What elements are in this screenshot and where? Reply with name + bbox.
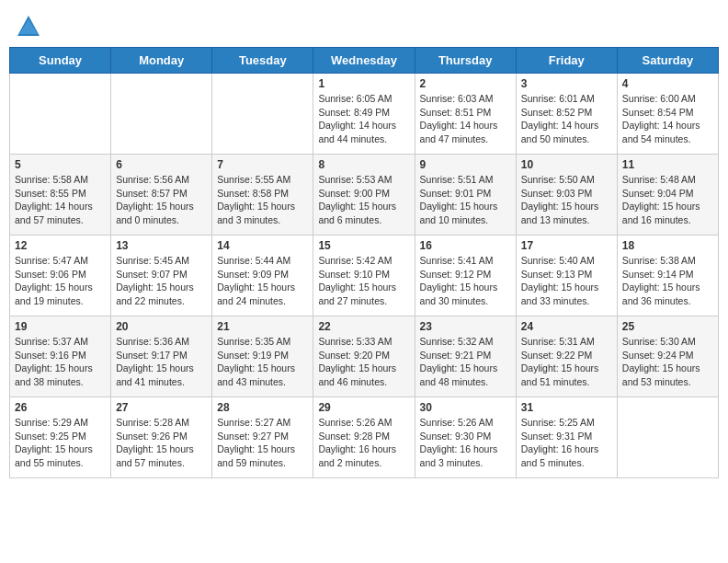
day-info: Sunrise: 5:51 AMSunset: 9:01 PMDaylight:… <box>420 173 511 227</box>
day-info: Sunrise: 5:47 AMSunset: 9:06 PMDaylight:… <box>15 254 106 308</box>
header-thursday: Thursday <box>415 48 516 74</box>
day-number: 28 <box>217 401 308 414</box>
calendar-cell <box>617 397 718 478</box>
calendar-cell: 29Sunrise: 5:26 AMSunset: 9:28 PMDayligh… <box>313 397 415 478</box>
day-number: 9 <box>420 158 511 171</box>
calendar-table: SundayMondayTuesdayWednesdayThursdayFrid… <box>9 47 719 478</box>
day-info: Sunrise: 5:31 AMSunset: 9:22 PMDaylight:… <box>521 335 612 389</box>
calendar-cell <box>10 74 111 155</box>
calendar-cell: 31Sunrise: 5:25 AMSunset: 9:31 PMDayligh… <box>516 397 617 478</box>
day-info: Sunrise: 5:30 AMSunset: 9:24 PMDaylight:… <box>622 335 713 389</box>
calendar-cell: 16Sunrise: 5:41 AMSunset: 9:12 PMDayligh… <box>415 236 516 316</box>
day-number: 7 <box>217 158 308 171</box>
day-info: Sunrise: 5:37 AMSunset: 9:16 PMDaylight:… <box>15 335 106 389</box>
calendar-cell: 24Sunrise: 5:31 AMSunset: 9:22 PMDayligh… <box>516 316 617 397</box>
calendar-cell: 8Sunrise: 5:53 AMSunset: 9:00 PMDaylight… <box>313 155 415 236</box>
calendar-cell: 28Sunrise: 5:27 AMSunset: 9:27 PMDayligh… <box>212 397 313 478</box>
day-number: 17 <box>521 239 612 252</box>
day-info: Sunrise: 5:25 AMSunset: 9:31 PMDaylight:… <box>521 416 612 470</box>
calendar-cell: 23Sunrise: 5:32 AMSunset: 9:21 PMDayligh… <box>415 316 516 397</box>
svg-marker-1 <box>19 19 38 34</box>
day-info: Sunrise: 5:42 AMSunset: 9:10 PMDaylight:… <box>318 254 409 308</box>
header-tuesday: Tuesday <box>212 48 313 74</box>
day-info: Sunrise: 6:01 AMSunset: 8:52 PMDaylight:… <box>521 92 612 146</box>
day-number: 19 <box>15 320 106 333</box>
header-friday: Friday <box>516 48 617 74</box>
day-info: Sunrise: 5:36 AMSunset: 9:17 PMDaylight:… <box>116 335 207 389</box>
calendar-cell: 11Sunrise: 5:48 AMSunset: 9:04 PMDayligh… <box>617 155 718 236</box>
day-number: 27 <box>116 401 207 414</box>
week-row-4: 19Sunrise: 5:37 AMSunset: 9:16 PMDayligh… <box>10 316 719 397</box>
day-number: 24 <box>521 320 612 333</box>
logo <box>14 14 41 40</box>
week-row-1: 1Sunrise: 6:05 AMSunset: 8:49 PMDaylight… <box>10 74 719 155</box>
day-number: 13 <box>116 239 207 252</box>
day-number: 5 <box>15 158 106 171</box>
calendar-cell: 13Sunrise: 5:45 AMSunset: 9:07 PMDayligh… <box>111 236 212 316</box>
day-info: Sunrise: 5:27 AMSunset: 9:27 PMDaylight:… <box>217 416 308 470</box>
calendar-cell: 12Sunrise: 5:47 AMSunset: 9:06 PMDayligh… <box>10 236 111 316</box>
day-number: 1 <box>318 77 409 90</box>
day-info: Sunrise: 5:33 AMSunset: 9:20 PMDaylight:… <box>318 335 409 389</box>
header-sunday: Sunday <box>10 48 111 74</box>
logo-icon <box>16 14 41 40</box>
day-number: 22 <box>318 320 409 333</box>
day-info: Sunrise: 6:00 AMSunset: 8:54 PMDaylight:… <box>622 92 713 146</box>
day-number: 16 <box>420 239 511 252</box>
day-number: 12 <box>15 239 106 252</box>
day-number: 10 <box>521 158 612 171</box>
calendar-cell: 1Sunrise: 6:05 AMSunset: 8:49 PMDaylight… <box>313 74 415 155</box>
calendar-cell: 9Sunrise: 5:51 AMSunset: 9:01 PMDaylight… <box>415 155 516 236</box>
day-info: Sunrise: 5:40 AMSunset: 9:13 PMDaylight:… <box>521 254 612 308</box>
page-header <box>9 9 719 40</box>
calendar-cell: 21Sunrise: 5:35 AMSunset: 9:19 PMDayligh… <box>212 316 313 397</box>
calendar-cell: 2Sunrise: 6:03 AMSunset: 8:51 PMDaylight… <box>415 74 516 155</box>
day-number: 30 <box>420 401 511 414</box>
calendar-cell: 5Sunrise: 5:58 AMSunset: 8:55 PMDaylight… <box>10 155 111 236</box>
day-number: 31 <box>521 401 612 414</box>
calendar-cell <box>111 74 212 155</box>
calendar-cell: 22Sunrise: 5:33 AMSunset: 9:20 PMDayligh… <box>313 316 415 397</box>
day-info: Sunrise: 5:32 AMSunset: 9:21 PMDaylight:… <box>420 335 511 389</box>
day-info: Sunrise: 5:56 AMSunset: 8:57 PMDaylight:… <box>116 173 207 227</box>
calendar-cell: 3Sunrise: 6:01 AMSunset: 8:52 PMDaylight… <box>516 74 617 155</box>
header-row: SundayMondayTuesdayWednesdayThursdayFrid… <box>10 48 719 74</box>
day-number: 2 <box>420 77 511 90</box>
day-info: Sunrise: 5:38 AMSunset: 9:14 PMDaylight:… <box>622 254 713 308</box>
day-info: Sunrise: 5:29 AMSunset: 9:25 PMDaylight:… <box>15 416 106 470</box>
calendar-cell: 10Sunrise: 5:50 AMSunset: 9:03 PMDayligh… <box>516 155 617 236</box>
day-info: Sunrise: 5:48 AMSunset: 9:04 PMDaylight:… <box>622 173 713 227</box>
calendar-cell: 17Sunrise: 5:40 AMSunset: 9:13 PMDayligh… <box>516 236 617 316</box>
header-monday: Monday <box>111 48 212 74</box>
calendar-cell: 19Sunrise: 5:37 AMSunset: 9:16 PMDayligh… <box>10 316 111 397</box>
day-info: Sunrise: 6:03 AMSunset: 8:51 PMDaylight:… <box>420 92 511 146</box>
calendar-cell: 6Sunrise: 5:56 AMSunset: 8:57 PMDaylight… <box>111 155 212 236</box>
day-number: 25 <box>622 320 713 333</box>
calendar-cell: 4Sunrise: 6:00 AMSunset: 8:54 PMDaylight… <box>617 74 718 155</box>
day-info: Sunrise: 5:35 AMSunset: 9:19 PMDaylight:… <box>217 335 308 389</box>
day-number: 8 <box>318 158 409 171</box>
day-number: 15 <box>318 239 409 252</box>
day-number: 18 <box>622 239 713 252</box>
day-info: Sunrise: 6:05 AMSunset: 8:49 PMDaylight:… <box>318 92 409 146</box>
week-row-3: 12Sunrise: 5:47 AMSunset: 9:06 PMDayligh… <box>10 236 719 316</box>
day-number: 23 <box>420 320 511 333</box>
day-info: Sunrise: 5:28 AMSunset: 9:26 PMDaylight:… <box>116 416 207 470</box>
calendar-cell: 7Sunrise: 5:55 AMSunset: 8:58 PMDaylight… <box>212 155 313 236</box>
day-info: Sunrise: 5:53 AMSunset: 9:00 PMDaylight:… <box>318 173 409 227</box>
day-info: Sunrise: 5:44 AMSunset: 9:09 PMDaylight:… <box>217 254 308 308</box>
day-number: 20 <box>116 320 207 333</box>
week-row-2: 5Sunrise: 5:58 AMSunset: 8:55 PMDaylight… <box>10 155 719 236</box>
calendar-cell: 30Sunrise: 5:26 AMSunset: 9:30 PMDayligh… <box>415 397 516 478</box>
calendar-cell: 25Sunrise: 5:30 AMSunset: 9:24 PMDayligh… <box>617 316 718 397</box>
day-info: Sunrise: 5:45 AMSunset: 9:07 PMDaylight:… <box>116 254 207 308</box>
calendar-cell: 20Sunrise: 5:36 AMSunset: 9:17 PMDayligh… <box>111 316 212 397</box>
day-number: 6 <box>116 158 207 171</box>
day-info: Sunrise: 5:50 AMSunset: 9:03 PMDaylight:… <box>521 173 612 227</box>
calendar-cell: 14Sunrise: 5:44 AMSunset: 9:09 PMDayligh… <box>212 236 313 316</box>
day-number: 3 <box>521 77 612 90</box>
day-info: Sunrise: 5:26 AMSunset: 9:30 PMDaylight:… <box>420 416 511 470</box>
day-number: 26 <box>15 401 106 414</box>
day-info: Sunrise: 5:26 AMSunset: 9:28 PMDaylight:… <box>318 416 409 470</box>
week-row-5: 26Sunrise: 5:29 AMSunset: 9:25 PMDayligh… <box>10 397 719 478</box>
